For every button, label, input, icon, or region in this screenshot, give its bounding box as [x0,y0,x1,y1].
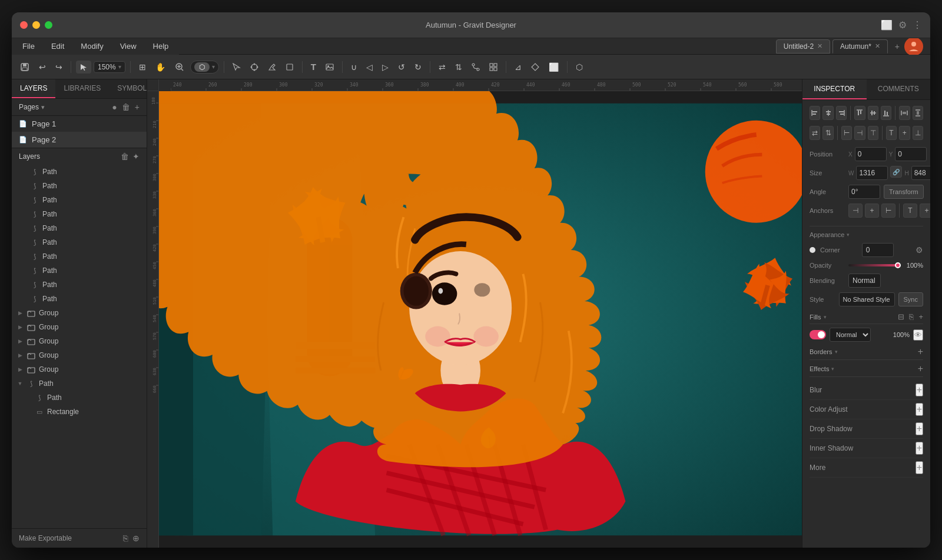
dist-h-btn[interactable] [899,106,910,120]
align-center-h-btn[interactable] [822,106,833,120]
undo-button[interactable]: ↩ [35,60,49,74]
anchor-ctrl-1[interactable]: ⊣ [848,204,863,218]
y-input[interactable] [895,147,927,161]
tab-libraries[interactable]: LIBRARIES [55,79,109,98]
anchor-ctrl-2[interactable]: + [865,204,879,218]
menu-modify[interactable]: Modify [77,41,107,52]
doc-tab-close-autumun[interactable]: ✕ [875,42,880,50]
zoom-in-tool[interactable] [171,60,188,74]
layer-path-10[interactable]: ⟆ Path [12,292,147,306]
more-add-btn[interactable]: + [916,461,923,474]
layer-path-9[interactable]: ⟆ Path [12,278,147,292]
fills-add-btn[interactable]: + [918,312,923,321]
user-avatar[interactable] [904,37,923,56]
fit-tool[interactable]: ⊞ [135,60,150,74]
anchor-ctrl-5[interactable]: + [920,204,930,218]
tab-inspector[interactable]: INSPECTOR [802,79,867,99]
menu-edit[interactable]: Edit [48,41,68,52]
pan-tool[interactable]: ✋ [152,60,169,74]
tool-mode-toggle[interactable]: ⬡ ▾ [190,61,219,74]
opacity-slider[interactable] [848,264,901,266]
anchor-center-btn[interactable]: ⊣ [854,126,865,140]
node-tool[interactable] [247,61,262,74]
front-tool[interactable]: ▷ [379,60,392,74]
pages-dropdown-arrow[interactable]: ▾ [41,104,45,111]
align-right-btn[interactable] [836,106,847,120]
inner-shadow-add-btn[interactable]: + [916,442,923,455]
menu-help[interactable]: Help [150,41,173,52]
tab-add-icon[interactable]: + [895,42,900,51]
style-select[interactable]: No Shared Style [839,292,895,306]
layer-group-5[interactable]: ▶ Group [12,362,147,376]
w-input[interactable] [856,166,888,180]
group-expander-4[interactable]: ▶ [16,352,24,359]
tab-layers[interactable]: LAYERS [12,79,55,98]
group-expander-3[interactable]: ▶ [16,338,24,345]
fills-options-btn[interactable]: ⊟ [898,312,904,321]
layer-path-7[interactable]: ⟆ Path [12,249,147,264]
pages-visibility-btn[interactable]: ● [112,102,117,112]
layer-rectangle[interactable]: ▭ Rectangle [12,405,147,419]
page-item-2[interactable]: 📄 Page 2 [12,132,147,148]
pages-add-btn[interactable]: + [135,102,140,112]
design-mode[interactable]: ⬡ [194,62,210,72]
footer-add-icon[interactable]: ⊕ [132,534,140,543]
titlebar-window-icon[interactable]: ⬜ [881,19,893,31]
anchor-left-btn[interactable]: ⊢ [841,126,852,140]
document-tab-untitled[interactable]: Untitled-2 ✕ [776,39,830,54]
export-tool[interactable]: ⬡ [572,60,586,74]
layer-group-1[interactable]: ▶ Group [12,306,147,320]
dist-v-btn[interactable] [913,106,923,120]
tab-comments[interactable]: COMMENTS [867,79,931,99]
borders-arrow[interactable]: ▾ [835,349,838,355]
layer-path-sub-1[interactable]: ⟆ Path [12,391,147,405]
x-input[interactable] [855,147,887,161]
redo-button[interactable]: ↪ [52,60,66,74]
layer-path-6[interactable]: ⟆ Path [12,235,147,249]
corner-options-btn[interactable]: ⚙ [916,245,923,255]
blending-select[interactable]: Normal Multiply Screen [848,274,881,288]
group-expander-2[interactable]: ▶ [16,324,24,331]
corner-input[interactable] [862,243,894,257]
angle-input[interactable] [848,185,880,199]
canvas-area[interactable] [159,91,802,548]
color-adjust-add-btn[interactable]: + [916,403,923,416]
pen-tool[interactable] [264,61,280,74]
lock-ratio-btn[interactable]: 🔗 [890,166,902,178]
zoom-control[interactable]: 150% ▾ [94,61,125,73]
group-expander-5[interactable]: ▶ [16,366,24,373]
layer-group-2[interactable]: ▶ Group [12,320,147,334]
fill-toggle[interactable] [810,330,826,339]
layers-delete-btn[interactable]: 🗑 [121,152,129,161]
anchor-ctrl-4[interactable]: T [903,204,917,218]
select-tool[interactable] [229,61,244,74]
borders-add-btn[interactable]: + [918,346,923,357]
layer-path-5[interactable]: ⟆ Path [12,221,147,235]
fill-mode-select[interactable]: Normal [830,328,871,342]
layer-path-group[interactable]: ▼ ⟆ Path [12,376,147,391]
grid-tool[interactable] [486,61,501,74]
maximize-button[interactable] [45,21,52,29]
rotate-cw[interactable]: ↻ [411,60,425,74]
layer-path-4[interactable]: ⟆ Path [12,207,147,221]
fills-arrow[interactable]: ▾ [824,314,827,320]
titlebar-plugin-icon[interactable]: ⚙ [898,19,907,31]
align-bottom-btn[interactable] [881,106,891,120]
pages-delete-btn[interactable]: 🗑 [122,102,130,112]
anchor-mid-btn[interactable]: + [899,126,910,140]
close-button[interactable] [20,21,28,29]
effects-add-btn[interactable]: + [918,364,923,374]
path-group-expander[interactable]: ▼ [16,380,24,387]
layer-path-3[interactable]: ⟆ Path [12,193,147,207]
anchor-ctrl-3[interactable]: ⊢ [881,204,895,218]
footer-copy-icon[interactable]: ⎘ [123,534,128,543]
artboard-tool[interactable]: ⬜ [545,60,562,74]
titlebar-more-icon[interactable]: ⋮ [913,19,922,31]
rotate-ccw[interactable]: ↺ [394,60,409,74]
drop-shadow-add-btn[interactable]: + [916,422,923,435]
style-sync-btn[interactable]: Sync [898,292,923,306]
anchor-right-btn[interactable]: ⊤ [868,126,878,140]
layer-group-4[interactable]: ▶ Group [12,348,147,362]
flip-v-btn[interactable]: ⇅ [822,126,833,140]
transform-btn[interactable]: Transform [884,185,924,199]
